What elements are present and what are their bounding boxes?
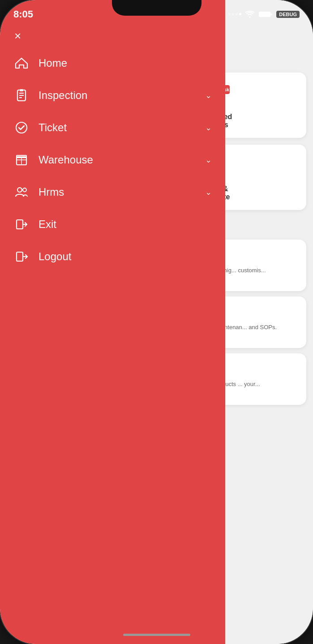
wifi-icon bbox=[245, 11, 255, 18]
menu-close-button[interactable]: × bbox=[14, 29, 21, 43]
warehouse-chevron: ⌄ bbox=[205, 155, 212, 165]
svg-point-84 bbox=[16, 122, 27, 133]
sidebar-item-inspection[interactable]: Inspection ⌄ bbox=[4, 79, 221, 112]
status-right: DEBUG bbox=[228, 11, 300, 18]
svg-rect-0 bbox=[259, 12, 270, 17]
home-label: Home bbox=[39, 57, 212, 69]
svg-point-89 bbox=[17, 188, 22, 192]
ticket-icon bbox=[13, 120, 30, 136]
sidebar-item-logout[interactable]: Logout bbox=[4, 240, 221, 273]
signal-dot bbox=[228, 13, 231, 15]
svg-point-90 bbox=[23, 188, 26, 192]
svg-rect-83 bbox=[20, 89, 23, 91]
hrms-icon bbox=[13, 184, 30, 200]
logout-icon bbox=[13, 249, 30, 265]
notch bbox=[112, 0, 202, 16]
sidebar-item-warehouse[interactable]: Warehouse ⌄ bbox=[4, 144, 221, 176]
exit-icon bbox=[13, 216, 30, 232]
ticket-chevron: ⌄ bbox=[205, 123, 212, 133]
warehouse-icon bbox=[13, 152, 30, 168]
home-icon bbox=[13, 55, 30, 71]
signal-dot bbox=[239, 13, 241, 15]
inspection-icon bbox=[13, 87, 30, 103]
signal-dots bbox=[228, 13, 241, 15]
svg-rect-91 bbox=[17, 220, 23, 229]
battery-icon bbox=[258, 11, 273, 18]
inspection-label: Inspection bbox=[39, 89, 205, 102]
svg-rect-1 bbox=[270, 13, 272, 16]
hrms-label: Hrms bbox=[39, 186, 205, 198]
logout-label: Logout bbox=[39, 250, 212, 263]
hrms-chevron: ⌄ bbox=[205, 187, 212, 197]
phone-shell: 8:05 bbox=[0, 0, 313, 644]
signal-dot bbox=[232, 13, 234, 15]
ticket-label: Ticket bbox=[39, 121, 205, 134]
side-menu: × Home bbox=[0, 0, 225, 644]
menu-items: Home Inspection ⌄ bbox=[0, 47, 225, 273]
sidebar-item-hrms[interactable]: Hrms ⌄ bbox=[4, 176, 221, 208]
sidebar-item-ticket[interactable]: Ticket ⌄ bbox=[4, 112, 221, 144]
exit-label: Exit bbox=[39, 218, 212, 231]
sidebar-item-exit[interactable]: Exit bbox=[4, 208, 221, 240]
warehouse-label: Warehouse bbox=[39, 154, 205, 166]
inspection-chevron: ⌄ bbox=[205, 90, 212, 100]
phone-screen: 8:05 bbox=[0, 0, 313, 644]
home-indicator bbox=[123, 634, 190, 636]
debug-badge: DEBUG bbox=[276, 11, 300, 18]
sidebar-item-home[interactable]: Home bbox=[4, 47, 221, 79]
status-time: 8:05 bbox=[13, 9, 33, 20]
svg-rect-93 bbox=[17, 252, 23, 261]
signal-dot bbox=[236, 13, 238, 15]
